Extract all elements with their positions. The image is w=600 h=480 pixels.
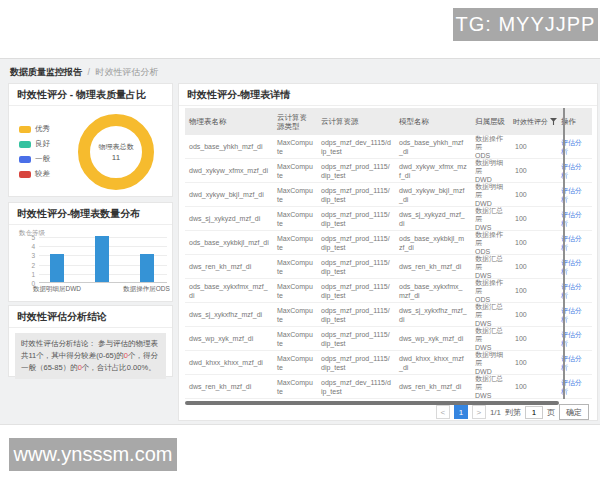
page-jump-input[interactable] bbox=[525, 406, 543, 419]
cell-model-name: dws_sj_xykyzd_mzf_di bbox=[395, 210, 471, 228]
cell-layer: 数据汇总层DWS bbox=[471, 303, 511, 327]
cell-layer: 数据操作层ODS bbox=[471, 231, 511, 255]
cell-table-name: dws_sj_xykyzd_mzf_di bbox=[185, 214, 273, 223]
cell-compute-type: MaxCompute bbox=[273, 330, 317, 348]
cell-compute-resource: odps_mzf_dev_1115/dip_test bbox=[317, 138, 395, 156]
cell-compute-resource: odps_mzf_prod_1115/dip_test bbox=[317, 234, 395, 252]
quality-ratio-card-title: 时效性评分 - 物理表质量占比 bbox=[9, 84, 172, 106]
cell-compute-type: MaxCompute bbox=[273, 354, 317, 372]
cell-compute-resource: odps_mzf_prod_1115/dip_test bbox=[317, 330, 395, 348]
distribution-card-title: 时效性评分-物理表数量分布 bbox=[9, 203, 172, 225]
cell-layer: 数据汇总层DWS bbox=[471, 255, 511, 279]
cell-score: 100 bbox=[511, 334, 557, 343]
column-header: 模型名称 bbox=[395, 117, 471, 126]
cell-compute-type: MaxCompute bbox=[273, 378, 317, 396]
cell-compute-resource: odps_mzf_dev_1115/dip_test bbox=[317, 378, 395, 396]
bar bbox=[50, 254, 64, 282]
cell-compute-resource: odps_mzf_prod_1115/dip_test bbox=[317, 210, 395, 228]
breadcrumb-current: 时效性评估分析 bbox=[96, 67, 159, 77]
cell-model-name: dwd_xykyw_bkjl_mzf_di bbox=[395, 186, 471, 204]
watermark-website-text: www.ynsssm.com bbox=[14, 443, 173, 466]
legend-item[interactable]: 优秀 bbox=[19, 124, 50, 134]
bar-chart: 012345 bbox=[9, 237, 174, 283]
cell-score: 100 bbox=[511, 286, 557, 295]
breadcrumb-parent-link[interactable]: 数据质量监控报告 bbox=[10, 67, 82, 77]
cell-table-name: dwd_xykyw_xfmx_mzf_di bbox=[185, 166, 273, 175]
cell-compute-resource: odps_mzf_prod_1115/dip_test bbox=[317, 258, 395, 276]
conclusion-card-title: 时效性评估分析结论 bbox=[9, 306, 172, 328]
column-header: 云计算资源类型 bbox=[273, 113, 317, 131]
legend-label: 优秀 bbox=[35, 124, 50, 134]
pagination: < 1 > 1/1 到第 页 确定 bbox=[436, 404, 589, 420]
breadcrumb: 数据质量监控报告 / 时效性评估分析 bbox=[10, 66, 159, 79]
prev-page-button[interactable]: < bbox=[436, 405, 450, 419]
table-row: dws_sj_xykxfhz_mzf_diMaxComputeodps_mzf_… bbox=[185, 303, 592, 327]
cell-compute-type: MaxCompute bbox=[273, 186, 317, 204]
breadcrumb-separator: / bbox=[88, 67, 91, 77]
cell-layer: 数据操作层ODS bbox=[471, 279, 511, 303]
table-row: dwd_khxx_khxx_mzf_diMaxComputeodps_mzf_p… bbox=[185, 351, 592, 375]
cell-compute-type: MaxCompute bbox=[273, 234, 317, 252]
filter-icon[interactable] bbox=[550, 118, 557, 125]
x-axis-label: 数据明细层DWD bbox=[33, 285, 81, 294]
distribution-card: 时效性评分-物理表数量分布 数仓等级 012345 数据明细层DWD数据操作层O… bbox=[8, 202, 173, 302]
cell-score: 100 bbox=[511, 142, 557, 151]
bar bbox=[140, 254, 154, 282]
cell-model-name: dws_ren_kh_mzf_di bbox=[395, 262, 471, 271]
confirm-button[interactable]: 确定 bbox=[559, 404, 589, 420]
cell-table-name: ods_base_xykxfmx_mzf_di bbox=[185, 282, 273, 300]
cell-score: 100 bbox=[511, 262, 557, 271]
bar bbox=[95, 236, 109, 282]
dashboard-page: TG: MYYJJPP 数据质量监控报告 / 时效性评估分析 时效性评分 - 物… bbox=[0, 0, 600, 480]
y-axis-tick: 1 bbox=[23, 271, 35, 278]
legend-swatch bbox=[19, 156, 31, 163]
table-row: dws_wp_xyk_mzf_diMaxComputeodps_mzf_prod… bbox=[185, 327, 592, 351]
current-page-button[interactable]: 1 bbox=[454, 405, 468, 419]
next-page-button[interactable]: > bbox=[472, 405, 486, 419]
cell-model-name: dws_ren_kh_mzf_di bbox=[395, 382, 471, 391]
y-axis-tick: 3 bbox=[23, 252, 35, 259]
y-axis-tick: 4 bbox=[23, 243, 35, 250]
legend-item[interactable]: 良好 bbox=[19, 139, 50, 149]
quality-ratio-card: 时效性评分 - 物理表质量占比 优秀良好一般较差 物理表总数 11 bbox=[8, 83, 173, 197]
cell-model-name: ods_base_xykxfmx_mzf_di bbox=[395, 282, 471, 300]
legend-item[interactable]: 较差 bbox=[19, 169, 50, 179]
detail-table-card-title: 时效性评分-物理表详情 bbox=[179, 84, 597, 106]
jump-to-label: 到第 bbox=[505, 407, 521, 418]
cell-score: 100 bbox=[511, 358, 557, 367]
cell-score: 100 bbox=[511, 382, 557, 391]
legend-item[interactable]: 一般 bbox=[19, 154, 50, 164]
cell-table-name: dwd_khxx_khxx_mzf_di bbox=[185, 358, 273, 367]
detail-table-card: 时效性评分-物理表详情 物理表名称云计算资源类型云计算资源模型名称归属层级时效性… bbox=[178, 83, 598, 421]
watermark-telegram: TG: MYYJJPP bbox=[453, 8, 598, 41]
cell-score: 100 bbox=[511, 214, 557, 223]
cell-score: 100 bbox=[511, 190, 557, 199]
cell-table-name: dws_wp_xyk_mzf_di bbox=[185, 334, 273, 343]
column-header[interactable]: 时效性评分 bbox=[511, 117, 557, 126]
cell-table-name: ods_base_yhkh_mzf_di bbox=[185, 142, 273, 151]
cell-model-name: ods_base_yhkh_mzf_di bbox=[395, 138, 471, 156]
cell-model-name: dws_sj_xykxfhz_mzf_di bbox=[395, 306, 471, 324]
column-header: 物理表名称 bbox=[185, 117, 273, 126]
cell-model-name: dwd_khxx_khxx_mzf_di bbox=[395, 354, 471, 372]
table-row: ods_base_xykxfmx_mzf_diMaxComputeodps_mz… bbox=[185, 279, 592, 303]
fixed-column-divider bbox=[563, 108, 565, 399]
cell-model-name: ods_base_xykbkjl_mzf_di bbox=[395, 234, 471, 252]
cell-layer: 数据汇总层DWS bbox=[471, 375, 511, 399]
cell-model-name: dwd_xykyw_xfmx_mzf_di bbox=[395, 162, 471, 180]
column-header: 归属层级 bbox=[471, 117, 511, 126]
legend-label: 良好 bbox=[35, 139, 50, 149]
conclusion-card: 时效性评估分析结论 时效性评估分析结论： 参与评估的物理表共11个，其中得分较差… bbox=[8, 305, 173, 377]
cell-compute-resource: odps_mzf_prod_1115/dip_test bbox=[317, 306, 395, 324]
legend-label: 一般 bbox=[35, 154, 50, 164]
table-row: dws_ren_kh_mzf_diMaxComputeodps_mzf_prod… bbox=[185, 255, 592, 279]
cell-table-name: dwd_xykyw_bkjl_mzf_di bbox=[185, 190, 273, 199]
cell-compute-type: MaxCompute bbox=[273, 282, 317, 300]
legend-swatch bbox=[19, 126, 31, 133]
conclusion-segment: 个，合计占比0.00%。 bbox=[82, 363, 156, 372]
cell-table-name: ods_base_xykbkjl_mzf_di bbox=[185, 238, 273, 247]
cell-layer: 数据操作层ODS bbox=[471, 135, 511, 159]
cell-model-name: dws_wp_xyk_mzf_di bbox=[395, 334, 471, 343]
table-row: ods_base_xykbkjl_mzf_diMaxComputeodps_mz… bbox=[185, 231, 592, 255]
legend-swatch bbox=[19, 141, 31, 148]
